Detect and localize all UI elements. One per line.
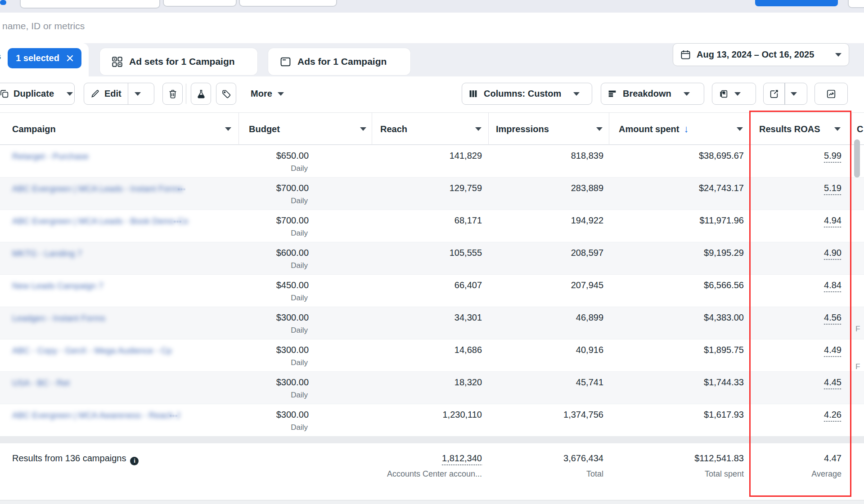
next-column-cell-fragment: F [855, 362, 860, 371]
chevron-down-icon [684, 92, 690, 96]
edit-label: Edit [104, 89, 122, 99]
cropped-primary-button[interactable] [755, 0, 838, 6]
charts-button[interactable] [814, 83, 848, 105]
column-header-impressions[interactable]: Impressions [496, 113, 549, 145]
export-dropdown[interactable] [785, 83, 802, 104]
search-bar [0, 13, 864, 43]
duplicate-split-button[interactable]: Duplicate [0, 83, 75, 105]
roas-value[interactable]: 5.99 [824, 151, 842, 161]
columns-button[interactable]: Columns: Custom [462, 83, 592, 105]
ads-manager-screen: s 1 selected Ad sets for 1 Campaign [0, 0, 864, 504]
duplicate-button[interactable]: Duplicate [0, 83, 60, 104]
edit-button[interactable]: Edit [84, 83, 128, 104]
amount-spent-value: $1,617.93 [704, 410, 744, 420]
reach-total[interactable]: 1,812,340 [442, 453, 482, 464]
tag-icon [221, 89, 231, 99]
tab-ads[interactable]: Ads for 1 Campaign [268, 48, 410, 75]
table-footer-separator [0, 436, 864, 443]
breakdown-label: Breakdown [623, 89, 671, 99]
impressions-total: 3,676,434 [563, 453, 603, 464]
roas-value[interactable]: 4.56 [824, 312, 842, 323]
roas-value[interactable]: 4.94 [824, 215, 842, 226]
ab-test-button[interactable] [191, 83, 211, 105]
cropped-button-right[interactable] [848, 0, 864, 8]
chevron-down-icon[interactable] [737, 127, 743, 131]
roas-average: 4.47 [824, 453, 842, 464]
duplicate-dropdown[interactable] [60, 83, 79, 104]
delete-button[interactable] [162, 83, 183, 105]
cropped-input-3[interactable] [239, 0, 337, 7]
vertical-scrollbar-thumb[interactable] [854, 139, 860, 178]
impressions-value: 1,374,756 [563, 410, 603, 420]
reach-value: 66,407 [454, 280, 482, 290]
chevron-down-icon [835, 53, 842, 57]
impressions-header-label: Impressions [496, 124, 549, 134]
amount-spent-value: $1,895.75 [704, 345, 744, 355]
campaign-name-redacted[interactable]: Leadgen - Instant Forms [12, 313, 105, 323]
selected-count-pill[interactable]: 1 selected [8, 48, 81, 68]
horizontal-scroll-gutter[interactable] [0, 500, 864, 504]
export-split-button[interactable] [763, 83, 807, 105]
impressions-value: 46,899 [576, 312, 603, 323]
tag-button[interactable] [216, 83, 236, 105]
action-toolbar: Duplicate Edit [0, 76, 864, 112]
impressions-value: 283,889 [571, 183, 603, 193]
edit-dropdown[interactable] [128, 83, 147, 104]
cropped-input-2[interactable] [163, 0, 237, 7]
campaign-name-redacted[interactable]: Retarget - Purchase [12, 152, 89, 161]
budget-value: $700.00 [276, 215, 309, 226]
campaign-name-redacted[interactable]: ABC Evergreen | MCA Leads - Book Demo Co [12, 216, 188, 226]
search-input[interactable] [1, 20, 273, 32]
column-header-amount-spent[interactable]: Amount spent ↓ [619, 113, 688, 145]
impressions-value: 208,597 [571, 248, 603, 258]
edit-split-button[interactable]: Edit [84, 83, 154, 105]
close-icon[interactable] [67, 55, 73, 62]
budget-value: $450.00 [276, 280, 309, 290]
column-header-results-roas[interactable]: Results ROAS [759, 113, 820, 145]
campaign-name-redacted[interactable]: USA - BC - Ret [12, 378, 70, 388]
amount-spent-value: $11,971.96 [699, 215, 744, 226]
campaign-name-ellipsis: … [173, 214, 182, 224]
chevron-down-icon[interactable] [360, 127, 366, 131]
impressions-value: 818,839 [571, 151, 603, 161]
amount-spent-value: $4,383.00 [704, 312, 744, 323]
chevron-down-icon[interactable] [225, 127, 231, 131]
chevron-down-icon[interactable] [834, 127, 841, 131]
amount-spent-value: $9,195.29 [704, 248, 744, 258]
selected-count-label: 1 selected [16, 53, 59, 63]
roas-value[interactable]: 5.19 [824, 183, 842, 193]
campaign-name-redacted[interactable]: ABC Evergreen | MCA Leads - Instant Form… [12, 184, 183, 194]
budget-type: Daily [291, 358, 308, 367]
roas-value[interactable]: 4.84 [824, 280, 842, 290]
breakdown-button[interactable]: Breakdown [601, 83, 704, 105]
reach-value: 129,759 [450, 183, 482, 193]
roas-value[interactable]: 4.26 [824, 410, 842, 420]
toolbar-separator [186, 84, 186, 104]
campaign-name-redacted[interactable]: MKTG - Landing 7 [12, 249, 82, 259]
campaign-name-redacted[interactable]: ABC - Copy - GenX - Mega Audience - Cp [12, 346, 172, 356]
column-header-campaign[interactable]: Campaign [12, 113, 56, 145]
roas-value[interactable]: 4.45 [824, 377, 842, 388]
chevron-down-icon [791, 92, 797, 96]
budget-value: $300.00 [276, 345, 309, 355]
tab-adsets[interactable]: Ad sets for 1 Campaign [100, 48, 257, 75]
cropped-input-1[interactable] [20, 0, 160, 9]
roas-value[interactable]: 4.90 [824, 248, 842, 258]
reach-total-sublabel: Accounts Center accoun... [387, 469, 482, 479]
reach-header-label: Reach [380, 124, 407, 134]
chevron-down-icon[interactable] [475, 127, 482, 131]
column-header-reach[interactable]: Reach [380, 113, 407, 145]
campaign-name-redacted[interactable]: ABC Evergreen | MCA Awareness - Reach J [12, 410, 180, 420]
column-header-budget[interactable]: Budget [249, 113, 280, 145]
info-icon[interactable]: i [130, 457, 139, 465]
more-button[interactable]: More [248, 83, 287, 105]
roas-average-sublabel: Average [811, 469, 842, 479]
campaign-name-redacted[interactable]: New Leads Campaign 7 [12, 281, 104, 291]
tab-campaigns-active[interactable]: s 1 selected [0, 43, 89, 76]
date-range-button[interactable]: Aug 13, 2024 – Oct 16, 2025 [673, 43, 849, 66]
roas-value[interactable]: 4.49 [824, 345, 842, 355]
reports-button[interactable] [712, 83, 756, 105]
breakdown-icon [608, 89, 617, 98]
export-button[interactable] [764, 83, 784, 104]
chevron-down-icon[interactable] [596, 127, 603, 131]
